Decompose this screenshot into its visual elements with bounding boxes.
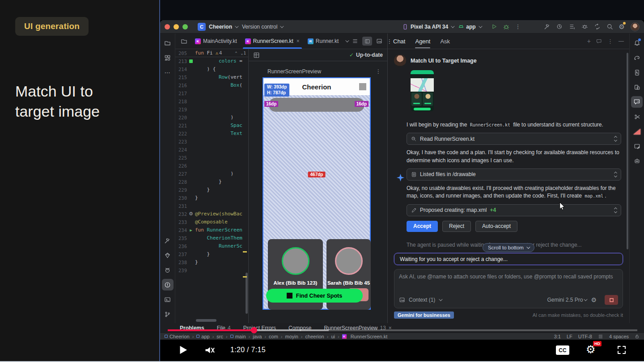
project-folder-icon[interactable] [181, 34, 187, 49]
indent-options-icon[interactable] [598, 334, 603, 339]
settings-button[interactable]: ⚙ HD [586, 344, 596, 355]
code-line[interactable]: 236 RunnerSc [175, 242, 248, 250]
resource-manager-icon[interactable] [162, 52, 174, 63]
inspection-nav[interactable]: ⌃ ⌄1 [235, 49, 248, 57]
code-line[interactable]: 217 [175, 89, 248, 97]
attach-image-icon[interactable] [399, 297, 405, 303]
breadcrumb-item[interactable]: src [216, 334, 223, 339]
tool-call-read-file[interactable]: Read RunnerScreen.kt [407, 133, 621, 145]
settings-gear-icon[interactable]: ⚙ [619, 23, 625, 31]
tab-close-icon[interactable]: × [297, 38, 300, 44]
notifications-bell-icon[interactable] [631, 37, 643, 49]
vcs-widget[interactable]: Version control [242, 24, 277, 30]
context-chevron-icon[interactable] [439, 297, 443, 301]
gutter-marker[interactable]: ▶ [187, 226, 195, 234]
code-line[interactable]: 228 } [175, 178, 248, 186]
breadcrumb-item[interactable]: com [269, 334, 278, 339]
captions-button[interactable]: CC [556, 345, 569, 355]
play-button[interactable] [177, 344, 189, 356]
preview-kebab-icon[interactable]: ⋮ [376, 68, 381, 75]
prompt-input[interactable]: Ask AI, use @name to attach source files… [394, 269, 623, 308]
fullscreen-button[interactable] [616, 345, 627, 355]
code-line[interactable]: 216 Box( [175, 81, 248, 89]
code-line[interactable]: 223 [175, 138, 248, 146]
hide-panel-icon[interactable]: — [619, 38, 624, 44]
more-run-options-icon[interactable]: ⋮ [515, 23, 521, 30]
user-avatar[interactable] [631, 22, 640, 31]
code-line[interactable]: 213 colors = [175, 57, 248, 65]
code-line[interactable]: 226 [175, 162, 248, 170]
breadcrumb-item[interactable]: cheerion [305, 334, 324, 339]
gutter-marker[interactable]: ⚙ [187, 210, 195, 218]
tab-RunnerScreen.kt[interactable]: KRunnerScreen.kt× [241, 34, 304, 49]
model-selector[interactable]: Gemini 2.5 Pro [547, 297, 583, 303]
panel-options-icon[interactable]: ⋮ [607, 38, 613, 45]
tab-agent[interactable]: Agent [415, 34, 430, 48]
breadcrumb-item[interactable]: moyin [285, 334, 298, 339]
breadcrumb-item[interactable]: app [201, 334, 209, 339]
volume-muted-icon[interactable] [203, 344, 216, 356]
layout-inspector-icon[interactable] [631, 140, 643, 152]
code-line[interactable]: 233@Composable [175, 218, 248, 226]
device-selector[interactable]: Pixel 3a API 34 [411, 24, 448, 30]
app-inspection-icon[interactable] [162, 249, 174, 261]
debug-button[interactable] [503, 24, 509, 30]
code-line[interactable]: 232⚙@Preview(showBac [175, 210, 248, 218]
grid-view-icon[interactable] [253, 52, 260, 59]
code-editor[interactable]: 205 fun Fi ⚠ 4 ⌃ ⌄1 213 colors =214 ) {2… [175, 49, 248, 323]
running-devices-icon[interactable] [631, 81, 643, 93]
warning-icon[interactable]: ⚠ [216, 49, 218, 57]
code-line[interactable]: 219 [175, 105, 248, 114]
run-config-selector[interactable]: app [466, 24, 475, 30]
prompt-settings-icon[interactable]: ⚙ [591, 296, 597, 303]
expand-stepper-icon[interactable] [614, 136, 617, 141]
code-line[interactable]: 220 ) [175, 114, 248, 122]
lock-icon[interactable] [635, 334, 640, 339]
status-item[interactable]: 4 spaces [609, 334, 629, 339]
breadcrumb-item[interactable]: main [235, 334, 246, 339]
preview-name[interactable]: RunnerScreenPreview [267, 68, 321, 75]
terminal-icon[interactable] [162, 294, 174, 305]
new-chat-icon[interactable]: + [587, 38, 591, 45]
status-item[interactable]: 3:1 [554, 334, 561, 339]
code-line[interactable]: 218 [175, 97, 248, 105]
code-line[interactable]: 230} [175, 194, 248, 202]
structure-icon[interactable] [352, 38, 358, 44]
stop-generation-button[interactable] [605, 295, 618, 305]
expand-stepper-icon[interactable] [614, 172, 617, 177]
code-line[interactable]: 231 [175, 202, 248, 210]
tab-list-chevron-icon[interactable] [345, 38, 349, 42]
bug-report-icon[interactable] [581, 23, 588, 30]
split-view-icon[interactable] [362, 37, 372, 46]
editor-vscrollbar[interactable] [246, 273, 248, 314]
auto-accept-button[interactable]: Auto-accept [475, 221, 517, 232]
breadcrumb-item[interactable]: ui [331, 334, 335, 339]
tab-ask[interactable]: Ask [440, 34, 450, 48]
preview-image-icon[interactable] [376, 38, 382, 44]
editor-hscrollbar[interactable] [196, 319, 216, 322]
code-line[interactable]: 239 [175, 266, 248, 274]
breadcrumb-item[interactable]: java [253, 334, 262, 339]
history-icon[interactable] [596, 38, 602, 44]
device-manager-icon[interactable] [631, 67, 643, 78]
code-line[interactable]: 214 ) { [175, 65, 248, 73]
accept-button[interactable]: Accept [407, 221, 438, 232]
version-control-branch-icon[interactable] [162, 308, 174, 320]
problems-icon[interactable] [162, 279, 174, 290]
context-selector[interactable]: Context (1) [409, 297, 435, 303]
code-line[interactable]: 237 } [175, 250, 248, 258]
tool-call-proposed-change[interactable]: Proposed creating: map.xml +4 [407, 204, 621, 216]
todo-list-icon[interactable] [569, 23, 576, 30]
build-hammer-icon[interactable] [162, 235, 174, 246]
reject-button[interactable]: Reject [442, 221, 471, 232]
code-line[interactable]: 225 [175, 154, 248, 162]
tab-chat[interactable]: Chat [393, 34, 405, 48]
status-item[interactable]: UTF-8 [578, 334, 592, 339]
gemini-chat-icon[interactable] [631, 96, 643, 108]
model-chevron-icon[interactable] [584, 297, 588, 301]
project-selector[interactable]: Cheerion [209, 24, 232, 30]
zoom-window-button[interactable] [182, 24, 188, 29]
app-insights-icon[interactable] [631, 111, 643, 122]
breadcrumb-item[interactable]: Cheerion [169, 334, 190, 339]
close-window-button[interactable] [165, 24, 170, 29]
